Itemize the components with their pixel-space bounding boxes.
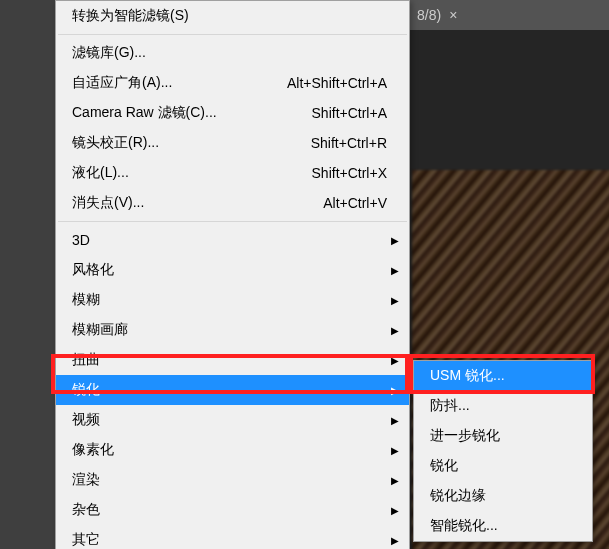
menu-label: 视频 bbox=[72, 411, 387, 429]
menu-item-stylize[interactable]: 风格化 ▶ bbox=[56, 255, 409, 285]
filter-menu: 转换为智能滤镜(S) 滤镜库(G)... 自适应广角(A)... Alt+Shi… bbox=[55, 0, 410, 549]
menu-label: 杂色 bbox=[72, 501, 387, 519]
menu-item-liquify[interactable]: 液化(L)... Shift+Ctrl+X bbox=[56, 158, 409, 188]
menu-separator bbox=[58, 221, 407, 222]
menu-label: 3D bbox=[72, 232, 387, 248]
submenu-item-sharpen-edges[interactable]: 锐化边缘 bbox=[414, 481, 592, 511]
menu-item-lens-correction[interactable]: 镜头校正(R)... Shift+Ctrl+R bbox=[56, 128, 409, 158]
submenu-item-shake-reduction[interactable]: 防抖... bbox=[414, 391, 592, 421]
submenu-item-usm-sharpen[interactable]: USM 锐化... bbox=[414, 361, 592, 391]
submenu-arrow-icon: ▶ bbox=[391, 475, 399, 486]
menu-label: 渲染 bbox=[72, 471, 387, 489]
menu-label: 其它 bbox=[72, 531, 387, 549]
menu-item-vanishing-point[interactable]: 消失点(V)... Alt+Ctrl+V bbox=[56, 188, 409, 218]
close-icon[interactable]: × bbox=[449, 7, 457, 23]
submenu-label: USM 锐化... bbox=[430, 367, 505, 385]
menu-label: 风格化 bbox=[72, 261, 387, 279]
menu-label: 自适应广角(A)... bbox=[72, 74, 287, 92]
submenu-arrow-icon: ▶ bbox=[391, 535, 399, 546]
submenu-label: 锐化 bbox=[430, 457, 458, 475]
menu-shortcut: Alt+Ctrl+V bbox=[323, 195, 387, 211]
menu-label: 镜头校正(R)... bbox=[72, 134, 311, 152]
menu-label: 液化(L)... bbox=[72, 164, 312, 182]
menu-label: 消失点(V)... bbox=[72, 194, 323, 212]
submenu-label: 智能锐化... bbox=[430, 517, 498, 535]
menu-label: 扭曲 bbox=[72, 351, 387, 369]
menu-item-filter-gallery[interactable]: 滤镜库(G)... bbox=[56, 38, 409, 68]
submenu-arrow-icon: ▶ bbox=[391, 325, 399, 336]
menu-item-render[interactable]: 渲染 ▶ bbox=[56, 465, 409, 495]
submenu-arrow-icon: ▶ bbox=[391, 355, 399, 366]
submenu-arrow-icon: ▶ bbox=[391, 265, 399, 276]
menu-item-blur-gallery[interactable]: 模糊画廊 ▶ bbox=[56, 315, 409, 345]
submenu-arrow-icon: ▶ bbox=[391, 385, 399, 396]
submenu-arrow-icon: ▶ bbox=[391, 445, 399, 456]
menu-label: 模糊画廊 bbox=[72, 321, 387, 339]
menu-item-distort[interactable]: 扭曲 ▶ bbox=[56, 345, 409, 375]
submenu-arrow-icon: ▶ bbox=[391, 415, 399, 426]
menu-item-convert-smart-filters[interactable]: 转换为智能滤镜(S) bbox=[56, 1, 409, 31]
menu-shortcut: Shift+Ctrl+R bbox=[311, 135, 387, 151]
submenu-arrow-icon: ▶ bbox=[391, 295, 399, 306]
tab-bar: 8/8) × bbox=[409, 0, 609, 30]
submenu-item-sharpen-more[interactable]: 进一步锐化 bbox=[414, 421, 592, 451]
menu-shortcut: Alt+Shift+Ctrl+A bbox=[287, 75, 387, 91]
menu-item-sharpen[interactable]: 锐化 ▶ bbox=[56, 375, 409, 405]
menu-label: 锐化 bbox=[72, 381, 387, 399]
menu-item-video[interactable]: 视频 ▶ bbox=[56, 405, 409, 435]
menu-label: 转换为智能滤镜(S) bbox=[72, 7, 387, 25]
menu-separator bbox=[58, 34, 407, 35]
tab-label: 8/8) bbox=[417, 7, 441, 23]
submenu-label: 锐化边缘 bbox=[430, 487, 486, 505]
menu-shortcut: Shift+Ctrl+X bbox=[312, 165, 387, 181]
menu-item-3d[interactable]: 3D ▶ bbox=[56, 225, 409, 255]
submenu-label: 进一步锐化 bbox=[430, 427, 500, 445]
menu-shortcut: Shift+Ctrl+A bbox=[312, 105, 387, 121]
menu-label: 滤镜库(G)... bbox=[72, 44, 387, 62]
menu-item-adaptive-wide-angle[interactable]: 自适应广角(A)... Alt+Shift+Ctrl+A bbox=[56, 68, 409, 98]
sharpen-submenu: USM 锐化... 防抖... 进一步锐化 锐化 锐化边缘 智能锐化... bbox=[413, 360, 593, 542]
menu-item-noise[interactable]: 杂色 ▶ bbox=[56, 495, 409, 525]
menu-item-pixelate[interactable]: 像素化 ▶ bbox=[56, 435, 409, 465]
left-strip bbox=[0, 0, 55, 549]
submenu-arrow-icon: ▶ bbox=[391, 235, 399, 246]
menu-item-blur[interactable]: 模糊 ▶ bbox=[56, 285, 409, 315]
menu-item-other[interactable]: 其它 ▶ bbox=[56, 525, 409, 549]
submenu-arrow-icon: ▶ bbox=[391, 505, 399, 516]
submenu-label: 防抖... bbox=[430, 397, 470, 415]
menu-label: 模糊 bbox=[72, 291, 387, 309]
menu-label: 像素化 bbox=[72, 441, 387, 459]
submenu-item-smart-sharpen[interactable]: 智能锐化... bbox=[414, 511, 592, 541]
menu-item-camera-raw[interactable]: Camera Raw 滤镜(C)... Shift+Ctrl+A bbox=[56, 98, 409, 128]
submenu-item-sharpen[interactable]: 锐化 bbox=[414, 451, 592, 481]
menu-label: Camera Raw 滤镜(C)... bbox=[72, 104, 312, 122]
